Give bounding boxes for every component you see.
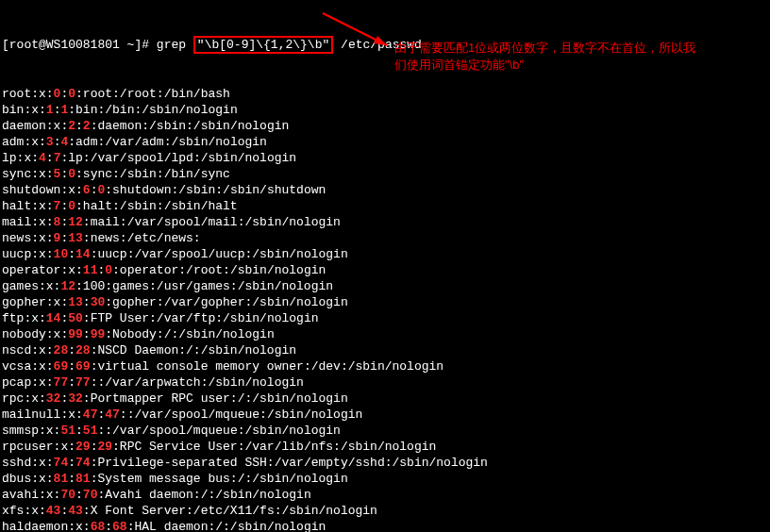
grep-match: 10 — [54, 247, 69, 261]
grep-match: 12 — [60, 279, 75, 293]
output-line: mailnull:x:47:47::/var/spool/mqueue:/sbi… — [2, 407, 768, 423]
output-line: dbus:x:81:81:System message bus:/:/sbin/… — [2, 471, 768, 487]
grep-match: 74 — [54, 456, 69, 470]
output-line: rpcuser:x:29:29:RPC Service User:/var/li… — [2, 439, 768, 455]
grep-match: 14 — [46, 311, 61, 325]
grep-match: 2 — [68, 119, 75, 133]
output-line: operator:x:11:0:operator:/root:/sbin/nol… — [2, 262, 768, 278]
output-line: nscd:x:28:28:NSCD Daemon:/:/sbin/nologin — [2, 342, 768, 358]
grep-match: 68 — [112, 520, 127, 532]
output-line: pcap:x:77:77::/var/arpwatch:/sbin/nologi… — [2, 374, 768, 391]
grep-match: 43 — [68, 504, 83, 518]
grep-match: 13 — [68, 231, 83, 245]
output-line: news:x:9:13:news:/etc/news: — [2, 230, 768, 246]
grep-match: 30 — [91, 295, 106, 309]
output-line: avahi:x:70:70:Avahi daemon:/:/sbin/nolog… — [2, 487, 768, 503]
output-line: nobody:x:99:99:Nobody:/:/sbin/nologin — [2, 326, 768, 342]
grep-match: 51 — [60, 424, 75, 438]
grep-match: 43 — [46, 504, 61, 518]
output-line: games:x:12:100:games:/usr/games:/sbin/no… — [2, 278, 768, 294]
grep-match: 28 — [75, 343, 91, 357]
output-line: bin:x:1:1:bin:/bin:/sbin/nologin — [2, 102, 768, 118]
grep-match: 47 — [105, 407, 120, 422]
grep-match: 28 — [54, 343, 69, 357]
output-line: adm:x:3:4:adm:/var/adm:/sbin/nologin — [2, 134, 768, 150]
grep-match: 0 — [68, 87, 75, 101]
grep-match: 29 — [75, 440, 91, 454]
grep-match: 6 — [83, 183, 91, 197]
grep-match: 77 — [75, 375, 91, 390]
regex-pattern-highlight: "\b[0-9]\{1,2\}\b" — [193, 36, 333, 54]
output-line: sync:x:5:0:sync:/sbin:/bin/sync — [2, 166, 768, 182]
output-line: xfs:x:43:43:X Font Server:/etc/X11/fs:/s… — [2, 503, 768, 519]
output-line: gopher:x:13:30:gopher:/var/gopher:/sbin/… — [2, 294, 768, 310]
grep-match: 99 — [91, 327, 106, 341]
grep-match: 0 — [105, 263, 112, 277]
grep-match: 47 — [83, 407, 98, 422]
output-line: rpc:x:32:32:Portmapper RPC user:/:/sbin/… — [2, 391, 768, 407]
grep-output-rows: root:x:0:0:root:/root:/bin/bashbin:x:1:1… — [2, 86, 768, 532]
output-line: daemon:x:2:2:daemon:/sbin:/sbin/nologin — [2, 118, 768, 134]
grep-match: 69 — [54, 359, 69, 374]
grep-match: 74 — [75, 456, 91, 470]
grep-match: 29 — [97, 440, 112, 454]
grep-match: 81 — [75, 472, 91, 486]
grep-match: 4 — [39, 151, 46, 165]
grep-match: 0 — [68, 199, 75, 213]
grep-match: 1 — [46, 103, 54, 117]
grep-match: 81 — [54, 472, 69, 486]
output-line: vcsa:x:69:69:virtual console memory owne… — [2, 358, 768, 374]
grep-match: 32 — [68, 391, 83, 406]
output-line: mail:x:8:12:mail:/var/spool/mail:/sbin/n… — [2, 214, 768, 230]
output-line: uucp:x:10:14:uucp:/var/spool/uucp:/sbin/… — [2, 246, 768, 262]
grep-match: 14 — [75, 247, 91, 261]
output-line: smmsp:x:51:51::/var/spool/mqueue:/sbin/n… — [2, 423, 768, 439]
grep-match: 0 — [68, 167, 75, 181]
grep-match: 50 — [68, 311, 83, 325]
grep-match: 32 — [46, 391, 61, 406]
terminal-output: [root@WS10081801 ~]# grep "\b[0-9]\{1,2\… — [0, 0, 770, 532]
output-line: lp:x:4:7:lp:/var/spool/lpd:/sbin/nologin — [2, 150, 768, 166]
output-line: root:x:0:0:root:/root:/bin/bash — [2, 86, 768, 102]
grep-match: 11 — [83, 263, 98, 277]
grep-match: 13 — [68, 295, 83, 309]
output-line: shutdown:x:6:0:shutdown:/sbin:/sbin/shut… — [2, 182, 768, 198]
grep-match: 51 — [83, 424, 98, 438]
output-line: sshd:x:74:74:Privilege-separated SSH:/va… — [2, 455, 768, 471]
annotation-text: 由于需要匹配1位或两位数字，且数字不在首位，所以我 们使用词首锚定功能"\b" — [394, 40, 770, 74]
output-line: halt:x:7:0:halt:/sbin:/sbin/halt — [2, 198, 768, 214]
output-line: ftp:x:14:50:FTP User:/var/ftp:/sbin/nolo… — [2, 310, 768, 326]
grep-match: 68 — [91, 520, 106, 532]
output-line: haldaemon:x:68:68:HAL daemon:/:/sbin/nol… — [2, 519, 768, 532]
grep-match: 69 — [75, 359, 91, 374]
grep-match: 77 — [54, 375, 69, 390]
shell-prompt: [root@WS10081801 ~]# grep — [2, 38, 193, 52]
grep-match: 3 — [46, 135, 54, 149]
grep-match: 70 — [83, 488, 98, 502]
grep-match: 2 — [83, 119, 91, 133]
grep-match: 70 — [60, 488, 75, 502]
grep-match: 12 — [68, 215, 83, 229]
grep-match: 99 — [68, 327, 83, 341]
